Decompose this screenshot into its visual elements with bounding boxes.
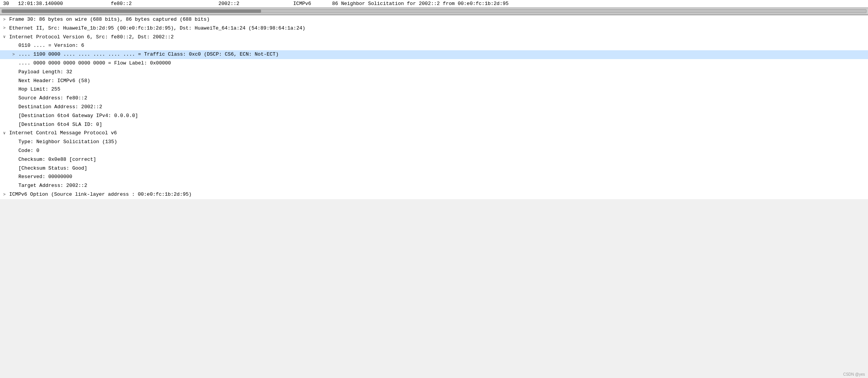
detail-row-text-ipv6-dst: Destination Address: 2002::2 (18, 103, 102, 111)
detail-row-text-icmpv6: Internet Control Message Protocol v6 (9, 129, 117, 137)
horizontal-scrollbar[interactable] (0, 8, 868, 15)
detail-row-ipv6-hoplimit[interactable]: Hop Limit: 255 (0, 85, 868, 94)
detail-row-text-frame: Frame 30: 86 bytes on wire (688 bits), 8… (9, 16, 210, 24)
detail-row-text-ethernet: Ethernet II, Src: HuaweiTe_1b:2d:95 (00:… (9, 25, 305, 33)
expand-icon[interactable]: ∨ (3, 130, 8, 137)
detail-panel: >Frame 30: 86 bytes on wire (688 bits), … (0, 15, 868, 199)
detail-row-text-icmpv6-code: Code: 0 (18, 147, 39, 155)
packet-info: 86 Neighbor Solicitation for 2002::2 fro… (314, 1, 508, 7)
packet-source: fe80::2 (66, 1, 132, 7)
detail-row-ipv6[interactable]: ∨Internet Protocol Version 6, Src: fe80:… (0, 33, 868, 42)
detail-row-icmpv6-option[interactable]: >ICMPv6 Option (Source link-layer addres… (0, 190, 868, 199)
detail-row-icmpv6-reserved[interactable]: Reserved: 00000000 (0, 173, 868, 182)
detail-row-text-ipv6-version: 0110 .... = Version: 6 (18, 42, 84, 50)
detail-row-text-icmpv6-checksum-status: [Checksum Status: Good] (18, 165, 87, 173)
detail-row-icmpv6[interactable]: ∨Internet Control Message Protocol v6 (0, 129, 868, 138)
detail-row-text-ipv6-6to4gw: [Destination 6to4 Gateway IPv4: 0.0.0.0] (18, 112, 138, 120)
detail-row-frame[interactable]: >Frame 30: 86 bytes on wire (688 bits), … (0, 15, 868, 24)
detail-row-text-icmpv6-reserved: Reserved: 00000000 (18, 173, 72, 181)
detail-row-ipv6-6to4sla[interactable]: [Destination 6to4 SLA ID: 0] (0, 120, 868, 129)
detail-row-icmpv6-code[interactable]: Code: 0 (0, 147, 868, 155)
detail-row-text-icmpv6-target: Target Address: 2002::2 (18, 182, 87, 190)
detail-row-text-ipv6-src: Source Address: fe80::2 (18, 94, 87, 102)
expand-icon[interactable]: > (3, 17, 8, 23)
packet-destination: 2002::2 (135, 1, 239, 7)
detail-row-text-ipv6-6to4sla: [Destination 6to4 SLA ID: 0] (18, 121, 102, 129)
detail-row-ethernet[interactable]: >Ethernet II, Src: HuaweiTe_1b:2d:95 (00… (0, 24, 868, 33)
detail-row-text-ipv6-nexthdr: Next Header: ICMPv6 (58) (18, 77, 90, 85)
expand-icon[interactable]: ∨ (3, 34, 8, 41)
detail-row-ipv6-traffic[interactable]: >.... 1100 0000 .... .... .... .... ....… (0, 50, 868, 59)
detail-row-text-ipv6-payload: Payload Length: 32 (18, 68, 72, 76)
expand-icon[interactable]: > (3, 25, 8, 32)
packet-number: 30 (3, 1, 9, 7)
scrollbar-thumb[interactable] (2, 10, 261, 13)
detail-row-ipv6-flow[interactable]: .... 0000 0000 0000 0000 0000 = Flow Lab… (0, 59, 868, 68)
detail-row-icmpv6-target[interactable]: Target Address: 2002::2 (0, 182, 868, 190)
detail-row-icmpv6-checksum[interactable]: Checksum: 0x0e88 [correct] (0, 155, 868, 164)
packet-time: 12:01:38.140000 (12, 1, 63, 7)
expand-icon[interactable]: > (3, 191, 8, 198)
scrollbar-track[interactable] (2, 9, 866, 13)
detail-row-ipv6-payload[interactable]: Payload Length: 32 (0, 68, 868, 77)
detail-row-icmpv6-checksum-status[interactable]: [Checksum Status: Good] (0, 164, 868, 173)
detail-row-ipv6-dst[interactable]: Destination Address: 2002::2 (0, 103, 868, 112)
detail-row-ipv6-nexthdr[interactable]: Next Header: ICMPv6 (58) (0, 77, 868, 86)
detail-row-ipv6-src[interactable]: Source Address: fe80::2 (0, 94, 868, 103)
detail-row-text-icmpv6-option: ICMPv6 Option (Source link-layer address… (9, 191, 192, 199)
packet-list-row[interactable]: 30 12:01:38.140000 fe80::2 2002::2 ICMPv… (0, 0, 868, 8)
expand-icon[interactable]: > (12, 51, 18, 58)
detail-row-text-icmpv6-checksum: Checksum: 0x0e88 [correct] (18, 156, 96, 164)
detail-row-text-ipv6-traffic: .... 1100 0000 .... .... .... .... .... … (18, 51, 279, 59)
detail-row-text-ipv6-hoplimit: Hop Limit: 255 (18, 86, 60, 94)
detail-row-icmpv6-type[interactable]: Type: Neighbor Solicitation (135) (0, 138, 868, 147)
detail-row-ipv6-version[interactable]: 0110 .... = Version: 6 (0, 41, 868, 50)
detail-row-ipv6-6to4gw[interactable]: [Destination 6to4 Gateway IPv4: 0.0.0.0] (0, 112, 868, 120)
detail-row-text-ipv6: Internet Protocol Version 6, Src: fe80::… (9, 33, 174, 41)
packet-protocol: ICMPv6 (242, 1, 311, 7)
detail-row-text-icmpv6-type: Type: Neighbor Solicitation (135) (18, 138, 117, 146)
detail-row-text-ipv6-flow: .... 0000 0000 0000 0000 0000 = Flow Lab… (18, 59, 171, 68)
